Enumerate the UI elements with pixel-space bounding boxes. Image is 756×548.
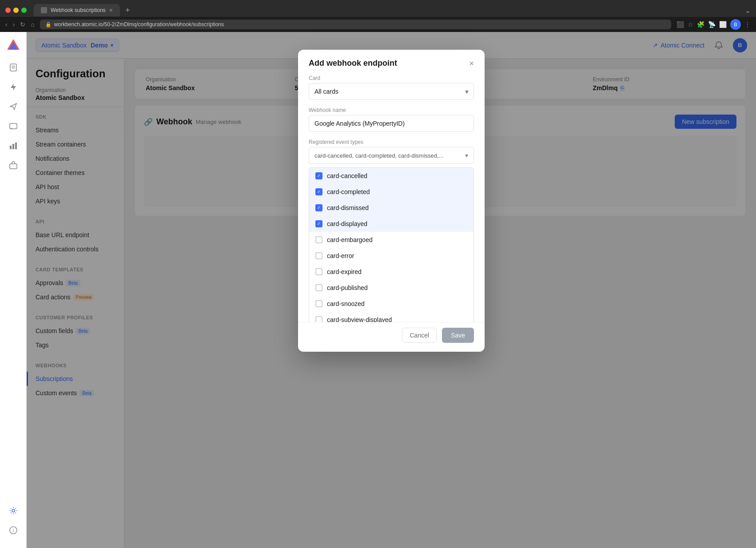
lock-icon: 🔒 [45,22,52,28]
extensions-icon[interactable]: ⬛ [676,21,684,28]
event-item-card-embargoed[interactable]: card-embargoed [309,232,473,248]
checkbox-card-displayed[interactable] [315,220,322,227]
svg-rect-4 [10,123,17,129]
window-icon[interactable]: ⬜ [719,21,727,28]
event-item-card-snoozed[interactable]: card-snoozed [309,296,473,312]
sidebar-icon-message[interactable] [4,117,22,135]
minimize-traffic-light[interactable] [13,8,19,13]
app-logo[interactable] [5,37,21,53]
svg-text:i: i [12,528,13,533]
add-webhook-modal: Add webhook endpoint × Card All cards We… [298,50,485,352]
new-tab-button[interactable]: + [123,6,132,15]
back-button[interactable]: ‹ [5,21,8,28]
checkbox-card-expired[interactable] [315,268,322,275]
tab-favicon [41,7,47,13]
tab-chevron-icon[interactable]: ⌄ [745,6,751,15]
card-form-group: Card All cards [309,75,474,100]
modal-title: Add webhook endpoint [309,59,397,68]
modal-footer: Cancel Save [298,322,485,352]
webhook-name-input[interactable] [309,115,474,132]
webhook-name-label: Webhook name [309,107,474,113]
card-select[interactable]: All cards [309,83,474,100]
registered-events-form-group: Registered event types card-cancelled, c… [309,139,474,164]
svg-rect-8 [10,164,17,169]
sidebar-icon-send[interactable] [4,98,22,115]
sidebar-icon-settings[interactable] [4,502,22,520]
checkbox-card-dismissed[interactable] [315,204,322,211]
browser-chrome: Webhook subscriptions × + ⌄ ‹ › ↻ ⌂ 🔒 wo… [0,0,756,32]
event-item-card-expired[interactable]: card-expired [309,264,473,280]
modal-overlay: Add webhook endpoint × Card All cards We… [27,32,756,548]
tab-bar: Webhook subscriptions × + ⌄ [0,0,756,17]
event-item-card-published[interactable]: card-published [309,280,473,296]
event-item-card-error[interactable]: card-error [309,248,473,264]
menu-icon[interactable]: ⋮ [744,21,751,28]
sidebar-icon-documents[interactable] [4,59,22,76]
tab-title: Webhook subscriptions [51,7,106,13]
modal-body: Card All cards Webhook name Registered e… [298,75,485,322]
registered-events-label: Registered event types [309,139,474,145]
maximize-traffic-light[interactable] [21,8,27,13]
reload-button[interactable]: ↻ [20,21,25,28]
checkbox-card-completed[interactable] [315,188,322,195]
svg-point-9 [12,509,15,512]
active-tab[interactable]: Webhook subscriptions × [34,4,120,16]
cancel-button[interactable]: Cancel [402,328,437,343]
event-item-card-subview-displayed[interactable]: card-subview-displayed [309,312,473,322]
checkbox-card-snoozed[interactable] [315,300,322,307]
events-dropdown-panel: card-cancelled card-completed card-dismi… [309,167,474,322]
sidebar-icon-briefcase[interactable] [4,156,22,174]
event-item-card-cancelled[interactable]: card-cancelled [309,168,473,184]
tab-close-icon[interactable]: × [109,7,113,14]
checkbox-card-cancelled[interactable] [315,172,322,179]
webhook-name-form-group: Webhook name [309,107,474,132]
card-select-wrapper: All cards [309,83,474,100]
url-text: workbench.atomic.io/50-2/ZmDlmq/configur… [54,21,224,28]
cast-icon[interactable]: 📡 [708,21,716,28]
event-item-card-dismissed[interactable]: card-dismissed [309,200,473,216]
svg-rect-5 [10,146,12,149]
puzzle-icon[interactable]: 🧩 [697,21,704,28]
sidebar-icon-chart[interactable] [4,137,22,155]
checkbox-card-embargoed[interactable] [315,236,322,243]
icon-sidebar: i [0,32,27,548]
address-bar: ‹ › ↻ ⌂ 🔒 workbench.atomic.io/50-2/ZmDlm… [0,17,756,32]
svg-rect-7 [15,143,17,149]
svg-rect-0 [10,64,16,71]
star-icon[interactable]: ☆ [688,21,693,28]
event-item-card-displayed[interactable]: card-displayed [309,216,473,232]
browser-actions: ⬛ ☆ 🧩 📡 ⬜ B ⋮ [676,19,751,30]
registered-events-selector[interactable]: card-cancelled, card-completed, card-dis… [309,147,474,164]
profile-avatar[interactable]: B [730,19,741,30]
home-button[interactable]: ⌂ [31,21,34,28]
svg-marker-3 [11,83,16,91]
checkbox-card-published[interactable] [315,284,322,291]
url-field[interactable]: 🔒 workbench.atomic.io/50-2/ZmDlmq/config… [40,20,671,29]
events-chevron-icon: ▾ [465,152,468,159]
forward-button[interactable]: › [13,21,15,28]
checkbox-card-error[interactable] [315,252,322,259]
modal-close-button[interactable]: × [469,60,474,68]
sidebar-icon-lightning[interactable] [4,78,22,96]
sidebar-icon-info[interactable]: i [4,521,22,539]
svg-rect-6 [12,144,14,149]
save-button[interactable]: Save [442,328,474,343]
card-label: Card [309,75,474,81]
event-item-card-completed[interactable]: card-completed [309,184,473,200]
traffic-lights [5,8,27,13]
close-traffic-light[interactable] [5,8,11,13]
checkbox-card-subview-displayed[interactable] [315,316,322,322]
modal-header: Add webhook endpoint × [298,50,485,75]
